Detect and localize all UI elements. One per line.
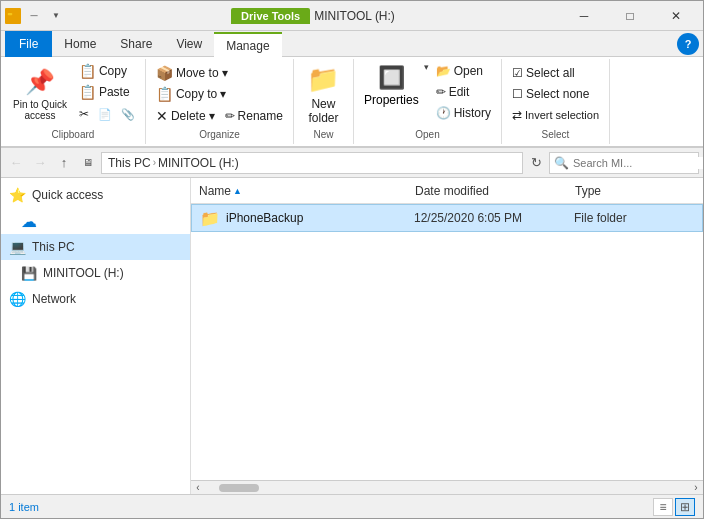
path-separator-1: › <box>153 157 156 168</box>
path-part-drive[interactable]: MINITOOL (H:) <box>158 156 239 170</box>
refresh-button[interactable]: ↻ <box>525 152 547 174</box>
file-list: Name ▲ Date modified Type 📁 iPhoneBackup… <box>191 178 703 494</box>
window-title: Drive Tools MINITOOL (H:) <box>65 8 561 24</box>
select-all-button[interactable]: ☑ Select all <box>508 63 603 83</box>
file-date-cell: 12/25/2020 6:05 PM <box>414 211 574 225</box>
customize-quick-access[interactable]: ▼ <box>47 7 65 25</box>
col-header-name[interactable]: Name ▲ <box>199 184 415 198</box>
properties-button[interactable]: 🔲 Properties <box>360 61 423 111</box>
hscroll-left-arrow[interactable]: ‹ <box>191 481 205 495</box>
delete-button[interactable]: ✕ Delete ▾ <box>152 106 219 126</box>
horizontal-scrollbar[interactable]: ‹ › <box>191 480 703 494</box>
clipboard-content: 📌 Pin to Quickaccess 📋 Copy 📋 Paste ✂ <box>7 61 139 127</box>
edit-icon: ✏ <box>436 85 446 99</box>
maximize-button[interactable]: □ <box>607 1 653 31</box>
large-icons-view-button[interactable]: ⊞ <box>675 498 695 516</box>
open-content: 🔲 Properties ▾ 📂 Open ✏ Edit <box>360 61 495 127</box>
paste-label: Paste <box>99 85 130 99</box>
tab-home[interactable]: Home <box>52 31 108 57</box>
tab-file[interactable]: File <box>5 31 52 57</box>
copy-path-button[interactable]: 📄 <box>94 104 116 124</box>
sidebar-item-onedrive[interactable]: ☁ <box>1 208 190 234</box>
address-path[interactable]: This PC › MINITOOL (H:) <box>101 152 523 174</box>
delete-dropdown[interactable]: ▾ <box>209 109 215 123</box>
invert-label: Invert selection <box>525 109 599 121</box>
select-none-button[interactable]: ☐ Select none <box>508 84 603 104</box>
path-part-thispc[interactable]: This PC <box>108 156 151 170</box>
details-view-button[interactable]: ≡ <box>653 498 673 516</box>
forward-button[interactable]: → <box>29 152 51 174</box>
properties-icon: 🔲 <box>378 65 405 91</box>
open-col: 📂 Open ✏ Edit 🕐 History <box>432 61 495 123</box>
cut-button[interactable]: ✂ <box>75 104 93 124</box>
paste-button[interactable]: 📋 Paste <box>75 82 139 102</box>
open-button[interactable]: 📂 Open <box>432 61 495 81</box>
new-content: 📁 Newfolder <box>301 61 345 127</box>
copy-path-icon: 📄 <box>98 108 112 121</box>
select-content: ☑ Select all ☐ Select none ⇄ Invert sele… <box>508 61 603 127</box>
new-folder-button[interactable]: 📁 Newfolder <box>301 61 345 127</box>
view-buttons: ≡ ⊞ <box>653 498 695 516</box>
network-icon: 🌐 <box>9 291 26 307</box>
back-button[interactable]: ← <box>5 152 27 174</box>
copy-to-button[interactable]: 📋 Copy to ▾ <box>152 84 287 104</box>
status-count: 1 item <box>9 501 39 513</box>
properties-drop-arrow[interactable]: ▾ <box>423 61 430 73</box>
ribbon-tab-bar: File Home Share View Manage ? <box>1 31 703 57</box>
copy-button[interactable]: 📋 Copy <box>75 61 139 81</box>
edit-label: Edit <box>449 85 470 99</box>
copy-to-dropdown[interactable]: ▾ <box>220 87 226 101</box>
properties-label: Properties <box>364 93 419 107</box>
title-bar: ─ ▼ Drive Tools MINITOOL (H:) ─ □ ✕ <box>1 1 703 31</box>
search-icon: 🔍 <box>554 156 569 170</box>
sidebar-item-network[interactable]: 🌐 Network <box>1 286 190 312</box>
help-button[interactable]: ? <box>677 33 699 55</box>
tab-share[interactable]: Share <box>108 31 164 57</box>
copy-to-label: Copy to <box>176 87 217 101</box>
col-header-type[interactable]: Type <box>575 184 695 198</box>
recent-locations-button[interactable]: 🖥 <box>77 152 99 174</box>
sidebar-item-this-pc[interactable]: 💻 This PC <box>1 234 190 260</box>
paste-shortcut-button[interactable]: 📎 <box>117 104 139 124</box>
table-row[interactable]: 📁 iPhoneBackup 12/25/2020 6:05 PM File f… <box>191 204 703 232</box>
search-input[interactable] <box>573 157 704 169</box>
sidebar-item-quick-access[interactable]: ⭐ Quick access <box>1 182 190 208</box>
close-button[interactable]: ✕ <box>653 1 699 31</box>
move-to-button[interactable]: 📦 Move to ▾ <box>152 63 287 83</box>
move-to-dropdown[interactable]: ▾ <box>222 66 228 80</box>
pin-label: Pin to Quickaccess <box>13 99 67 121</box>
sort-arrow-icon: ▲ <box>233 186 242 196</box>
path-breadcrumb: This PC › MINITOOL (H:) <box>108 156 516 170</box>
pin-to-quick-access-button[interactable]: 📌 Pin to Quickaccess <box>7 61 73 127</box>
rename-button[interactable]: ✏ Rename <box>221 106 287 126</box>
col-header-date[interactable]: Date modified <box>415 184 575 198</box>
rename-label: Rename <box>238 109 283 123</box>
tab-manage[interactable]: Manage <box>214 32 281 58</box>
sidebar-item-drive[interactable]: 💾 MINITOOL (H:) <box>1 260 190 286</box>
invert-selection-button[interactable]: ⇄ Invert selection <box>508 105 603 125</box>
sidebar-item-this-pc-label: This PC <box>32 240 75 254</box>
ribbon-group-new: 📁 Newfolder New <box>294 59 354 144</box>
organize-content: 📦 Move to ▾ 📋 Copy to ▾ ✕ Delete ▾ <box>152 61 287 127</box>
quick-access-toolbar[interactable]: ─ <box>25 7 43 25</box>
hscroll-thumb[interactable] <box>219 484 259 492</box>
tab-view[interactable]: View <box>164 31 214 57</box>
select-all-icon: ☑ <box>512 66 523 80</box>
cut-icon: ✂ <box>79 107 89 121</box>
open-label: Open <box>415 129 439 142</box>
edit-button[interactable]: ✏ Edit <box>432 82 495 102</box>
up-button[interactable]: ↑ <box>53 152 75 174</box>
file-list-header: Name ▲ Date modified Type <box>191 178 703 204</box>
clipboard-right-col: 📋 Copy 📋 Paste ✂ 📄 📎 <box>75 61 139 124</box>
select-none-label: Select none <box>526 87 589 101</box>
history-label: History <box>454 106 491 120</box>
minimize-button[interactable]: ─ <box>561 1 607 31</box>
new-folder-icon: 📁 <box>307 64 339 95</box>
drive-tools-tab[interactable]: Drive Tools <box>231 8 310 24</box>
history-button[interactable]: 🕐 History <box>432 103 495 123</box>
hscroll-track[interactable] <box>219 484 675 492</box>
title-bar-left: ─ ▼ <box>5 7 65 25</box>
select-col: ☑ Select all ☐ Select none ⇄ Invert sele… <box>508 61 603 125</box>
open-label: Open <box>454 64 483 78</box>
hscroll-right-arrow[interactable]: › <box>689 481 703 495</box>
